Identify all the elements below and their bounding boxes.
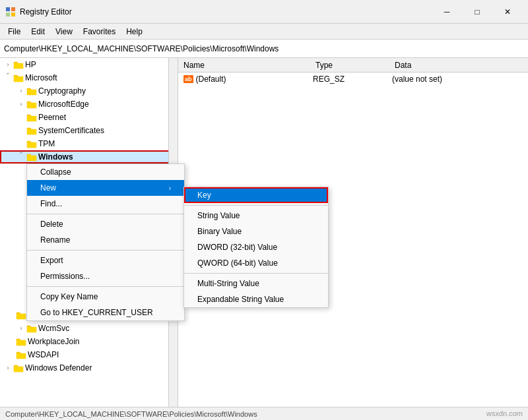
app-title: Registry Editor: [20, 7, 432, 16]
folder-icon-cryptography: [26, 86, 37, 96]
ctx-new[interactable]: New ›: [27, 180, 184, 196]
tree-label-peernet: Peernet: [38, 113, 66, 122]
tree-label-windows: Windows: [38, 152, 73, 162]
ctx-find[interactable]: Find...: [27, 196, 184, 212]
tree-label-tpm: TPM: [38, 139, 55, 148]
detail-header: Name Type Data: [178, 58, 528, 73]
tree-arrow-microsoftedge: ›: [16, 101, 26, 107]
tree-item-tpm[interactable]: › TPM: [0, 137, 178, 150]
submenu-string-value-label: String Value: [197, 211, 240, 220]
ctx-goto-hkcu[interactable]: Go to HKEY_CURRENT_USER: [27, 305, 184, 320]
tree-item-peernet[interactable]: › Peernet: [0, 111, 178, 124]
header-type: Type: [310, 61, 389, 70]
svg-rect-2: [6, 13, 10, 16]
detail-value-name: (Default): [196, 75, 226, 84]
submenu-qword-value[interactable]: QWORD (64-bit) Value: [184, 255, 328, 271]
tree-item-wsdapi[interactable]: WSDAPI: [0, 348, 178, 361]
submenu-dword-value-label: DWORD (32-bit) Value: [197, 243, 277, 252]
tree-arrow-microsoft: ›: [5, 73, 11, 83]
folder-icon-workplacejoin: [16, 337, 26, 346]
submenu-qword-value-label: QWORD (64-bit) Value: [197, 258, 278, 268]
menu-edit[interactable]: Edit: [26, 26, 50, 38]
menu-favorites[interactable]: Favorites: [78, 26, 121, 38]
ctx-copy-key-name-label: Copy Key Name: [40, 292, 98, 301]
submenu-string-value[interactable]: String Value: [184, 208, 328, 224]
ctx-copy-key-name[interactable]: Copy Key Name: [27, 289, 184, 305]
ctx-export-label: Export: [40, 256, 63, 265]
submenu-expandable-string-value[interactable]: Expandable String Value: [184, 291, 328, 307]
ctx-rename-label: Rename: [40, 235, 70, 245]
submenu-dword-value[interactable]: DWORD (32-bit) Value: [184, 239, 328, 255]
status-text: Computer\HKEY_LOCAL_MACHINE\SOFTWARE\Pol…: [5, 410, 257, 418]
ctx-delete-label: Delete: [40, 220, 63, 229]
tree-item-workplacejoin[interactable]: WorkplaceJoin: [0, 335, 178, 348]
tree-label-cryptography: Cryptography: [38, 86, 86, 96]
maximize-button[interactable]: □: [462, 0, 492, 24]
address-bar: Computer\HKEY_LOCAL_MACHINE\SOFTWARE\Pol…: [0, 40, 528, 58]
tree-item-microsoftedge[interactable]: › MicrosoftEdge: [0, 98, 178, 111]
submenu-sep2: [184, 273, 328, 274]
submenu-key-label: Key: [197, 191, 211, 200]
folder-icon-hp: [13, 60, 24, 69]
ctx-export[interactable]: Export: [27, 253, 184, 268]
detail-row-default[interactable]: ab (Default) REG_SZ (value not set): [178, 73, 528, 86]
submenu: Key String Value Binary Value DWORD (32-…: [183, 187, 329, 308]
folder-icon-systemcertificates: [26, 126, 37, 135]
detail-cell-data: (value not set): [389, 75, 525, 84]
svg-rect-3: [11, 13, 15, 16]
tree-item-windows-defender[interactable]: › Windows Defender: [0, 361, 178, 375]
header-data: Data: [389, 61, 528, 70]
ctx-collapse[interactable]: Collapse: [27, 164, 184, 180]
folder-icon-tpm: [26, 139, 37, 148]
folder-icon-microsoft: [13, 73, 24, 82]
menu-file[interactable]: File: [3, 26, 26, 38]
context-menu: Collapse New › Find... Delete Rename Exp…: [26, 164, 185, 321]
folder-icon-wcmsvc: [26, 324, 37, 333]
tree-item-wcmsvc[interactable]: › WcmSvc: [0, 322, 178, 335]
submenu-binary-value-label: Binary Value: [197, 227, 242, 236]
menu-bar: File Edit View Favorites Help: [0, 24, 528, 40]
ctx-goto-hkcu-label: Go to HKEY_CURRENT_USER: [40, 308, 153, 317]
minimize-button[interactable]: ─: [432, 0, 462, 24]
tree-item-microsoft[interactable]: › Microsoft: [0, 71, 178, 84]
ctx-permissions-label: Permissions...: [40, 272, 90, 281]
detail-cell-type: REG_SZ: [310, 75, 389, 84]
ctx-sep2: [27, 250, 184, 251]
watermark: wsxdn.com: [486, 409, 523, 417]
folder-icon-windows-defender: [13, 363, 24, 373]
submenu-multi-string-value[interactable]: Multi-String Value: [184, 276, 328, 291]
ctx-new-arrow: ›: [169, 185, 171, 192]
submenu-expandable-string-value-label: Expandable String Value: [197, 295, 284, 304]
menu-help[interactable]: Help: [121, 26, 148, 38]
svg-rect-0: [6, 7, 10, 11]
ctx-rename[interactable]: Rename: [27, 232, 184, 248]
submenu-key[interactable]: Key: [184, 187, 328, 203]
submenu-binary-value[interactable]: Binary Value: [184, 224, 328, 239]
address-path: Computer\HKEY_LOCAL_MACHINE\SOFTWARE\Pol…: [4, 44, 279, 53]
window-controls: ─ □ ✕: [432, 0, 523, 24]
ctx-new-label: New: [40, 183, 56, 193]
submenu-multi-string-value-label: Multi-String Value: [197, 279, 259, 288]
folder-icon-windows: [26, 152, 37, 162]
menu-view[interactable]: View: [50, 26, 78, 38]
submenu-sep1: [184, 205, 328, 206]
tree-item-windows[interactable]: › Windows: [0, 150, 178, 164]
tree-label-hp: HP: [25, 60, 36, 69]
ab-icon: ab: [183, 75, 193, 83]
folder-icon-microsoftedge: [26, 100, 37, 109]
ctx-delete[interactable]: Delete: [27, 216, 184, 232]
folder-icon-system: [16, 311, 26, 320]
close-button[interactable]: ✕: [492, 0, 523, 24]
folder-icon-wsdapi: [16, 350, 26, 359]
detail-cell-name: ab (Default): [181, 75, 310, 84]
tree-item-cryptography[interactable]: › Cryptography: [0, 84, 178, 98]
tree-arrow-hp: ›: [3, 61, 13, 68]
tree-item-hp[interactable]: › HP: [0, 58, 178, 71]
tree-label-systemcertificates: SystemCertificates: [38, 126, 104, 135]
tree-label-microsoftedge: MicrosoftEdge: [38, 100, 89, 109]
ctx-permissions[interactable]: Permissions...: [27, 268, 184, 284]
tree-item-systemcertificates[interactable]: › SystemCertificates: [0, 124, 178, 137]
header-name: Name: [178, 61, 310, 70]
ctx-collapse-label: Collapse: [40, 167, 71, 177]
status-bar: Computer\HKEY_LOCAL_MACHINE\SOFTWARE\Pol…: [0, 407, 528, 420]
